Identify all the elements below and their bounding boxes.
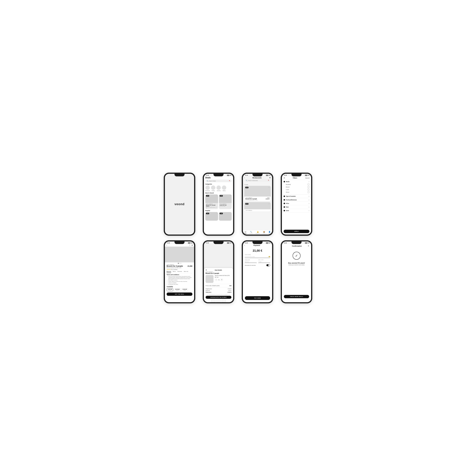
category-circle-restaurants [205, 186, 210, 190]
category-restaurants[interactable]: Restaurants [205, 186, 210, 191]
deal-card-2[interactable]: -40% ♡ [205, 212, 218, 221]
heart-icon-5[interactable]: ♡ [189, 244, 190, 246]
categories-row: Restaurants Fashion Groceries [205, 186, 232, 191]
tab-reviews[interactable]: Reviews [177, 271, 182, 273]
filter-food-pref-header[interactable]: Food preferences ∨ [284, 199, 309, 201]
popular-deals-grid: -40% ♡ -40% [205, 212, 232, 221]
phone-7-notch [253, 241, 263, 244]
filter-meals-header[interactable]: Meals ∧ [284, 181, 309, 182]
filter-sub-breakfast[interactable]: Breakfast [286, 183, 309, 186]
expiry-input[interactable]: MM / AA [245, 261, 257, 263]
nav-deals-label: Deals [244, 233, 247, 234]
nav-discover-icon: 🔍 [250, 231, 252, 233]
filter-checkbox-breakfast[interactable] [308, 184, 309, 185]
apply-filters-btn[interactable]: APPLY [284, 230, 309, 233]
qty-minus-btn[interactable]: − [215, 278, 218, 281]
filter-sub-lunch[interactable]: Lunch [286, 188, 309, 191]
filter-checkbox-dinner[interactable] [308, 191, 309, 193]
dot-3 [181, 263, 181, 264]
deal-price-0: 21,00 € [206, 206, 209, 207]
promo-row[interactable]: Promo code / Redeem points Add [205, 284, 231, 287]
filters-clear-btn[interactable]: Clear all [305, 177, 309, 179]
nav-orders[interactable]: 📦 Orders [263, 231, 265, 234]
deal-heart-0[interactable]: ♡ [216, 195, 217, 197]
modal-deal-img [205, 275, 213, 283]
filter-sub-dinner[interactable]: Dinner [286, 191, 309, 193]
remember-toggle[interactable] [266, 264, 270, 266]
tab-reserve[interactable]: Reserve [167, 271, 171, 273]
nav-notifications[interactable]: 🔔 Notifications [256, 231, 260, 234]
dot-2 [179, 263, 180, 264]
modal-close-btn[interactable]: ✕ [205, 269, 207, 271]
time-4: 11:26 [284, 175, 287, 176]
filter-rate-header[interactable]: Rate ∨ [284, 206, 309, 208]
conf-close-btn[interactable]: ✕ [308, 245, 309, 247]
tab-menu[interactable]: Menu [173, 271, 176, 273]
check-more-deals-btn[interactable]: CHECK MORE DEALS [284, 295, 309, 298]
deal-heart-1[interactable]: ♡ [230, 195, 231, 197]
restaurants-search-bar[interactable]: 🔍 📍 [244, 179, 271, 182]
deals-search-bar[interactable]: 🔍 📍 [205, 180, 232, 182]
filter-label-lunch: Lunch [286, 189, 289, 190]
restaurant-card-0[interactable]: -25% ♡ CAFE COMERCIO 27,90€ Brunch for 2… [244, 186, 271, 201]
tab-more[interactable]: More de [184, 271, 188, 273]
deal-heart-2[interactable]: ♡ [216, 213, 217, 214]
filter-cousine-label-row: Type of cousine [284, 196, 296, 197]
modal-deal-details: Rua do Comércio do Porto 124 A ● Time − … [215, 275, 231, 283]
nav-deals[interactable]: 🏷 Deals [244, 231, 247, 234]
battery-icon-2: ▮ [231, 175, 231, 176]
promo-add-btn[interactable]: Add [229, 285, 231, 286]
filter-cousine-header[interactable]: Type of cousine ∨ [284, 196, 309, 197]
filter-icon-3[interactable]: ⚙ [269, 177, 271, 179]
filter-zone-title: Zone [286, 210, 289, 211]
phone-4-notch [291, 174, 302, 176]
modal-qty-row: − 1 + [215, 278, 231, 281]
category-beauty[interactable]: Beauty [222, 186, 226, 191]
back-btn-7[interactable]: ‹ [244, 245, 245, 246]
time-2: 11:26 [206, 175, 209, 176]
nav-notifications-icon: 🔔 [257, 231, 259, 233]
qty-plus-btn[interactable]: + [220, 278, 223, 281]
filter-sub-brunch[interactable]: Brunch [286, 186, 309, 188]
filter-food-pref-title: Food preferences [286, 199, 297, 201]
restaurant-heart-0[interactable]: ♡ [268, 187, 270, 188]
time-slot-0[interactable]: 10:30 AM Terrace [167, 288, 173, 291]
deal-meta-0: ★ 4.8 (3) | Mediterranean | 1,5 km [206, 207, 217, 208]
deals-search-input[interactable] [209, 180, 228, 182]
filter-checkbox-lunch[interactable] [308, 189, 309, 190]
time-slot-2[interactable]: 12:30 AM Inside [181, 288, 188, 291]
deal-info-0: CAFE COMERCIO Brunch for 2 people 21,00 … [205, 203, 218, 209]
deal-card-1[interactable]: -25% ♡ CAFE COMERCIO Lunch for 2 pe ★ 4.… [219, 194, 232, 209]
restaurant-card-1[interactable]: -25% ♡ CAFE COMERCIO [244, 202, 271, 212]
payment-form: Card number 1234 5678 9012 3456 💳 Expiry… [243, 254, 272, 268]
battery-icon-3: ▮ [270, 175, 270, 176]
restaurants-search-input[interactable] [248, 180, 267, 181]
filters-close-btn[interactable]: ✕ [284, 177, 285, 179]
back-btn-3[interactable]: ‹ [244, 177, 245, 178]
filter-zone: Zone ∨ [282, 209, 311, 212]
phone-2-wrapper: 11:26 ▐▐▐ ▾ ▮ Deals 🔍 📍 [201, 173, 236, 236]
restaurant-meta-0: ★ 4.8 (3) | Mediterranean | 1,5 km [245, 200, 270, 201]
share-icon-5[interactable]: ⬆ [191, 244, 193, 246]
get-deal-btn[interactable]: GET THE DEAL [167, 292, 192, 296]
filter-price-header[interactable]: Price ∨ [284, 203, 309, 204]
category-fashion[interactable]: Fashion [211, 186, 215, 191]
promo-label: Promo code / Redeem points [205, 285, 220, 286]
cvv-input[interactable]: 3 digits [258, 261, 270, 263]
category-groceries[interactable]: Groceries [217, 186, 221, 191]
deal-card-0[interactable]: -25% ♡ CAFE COMERCIO Brunch for 2 people… [205, 194, 218, 209]
card-number-input[interactable]: 1234 5678 9012 3456 💳 [245, 255, 270, 258]
time-slot-1[interactable]: 11:30 AM Terrace [174, 288, 181, 291]
restaurant-heart-1[interactable]: ♡ [268, 203, 270, 205]
filter-checkbox-brunch[interactable] [308, 186, 309, 188]
pay-now-btn[interactable]: PAY NOW [245, 296, 270, 300]
nav-discover[interactable]: 🔍 Discover [250, 231, 253, 234]
restaurant-badge-0: -25% [245, 187, 248, 188]
restaurant-deal-name-0: Brunch for 2 people 21,00 € [245, 198, 270, 200]
nav-profile[interactable]: 👤 Profile [268, 231, 271, 234]
deal-card-3[interactable]: -40% [219, 212, 232, 221]
continue-payment-btn[interactable]: CONTINUE WITH THE PAYMENT [205, 296, 231, 299]
filter-zone-header[interactable]: Zone ∨ [284, 210, 309, 211]
back-btn-5[interactable]: ‹ [166, 244, 167, 246]
filter-cousine-dot [284, 196, 285, 197]
